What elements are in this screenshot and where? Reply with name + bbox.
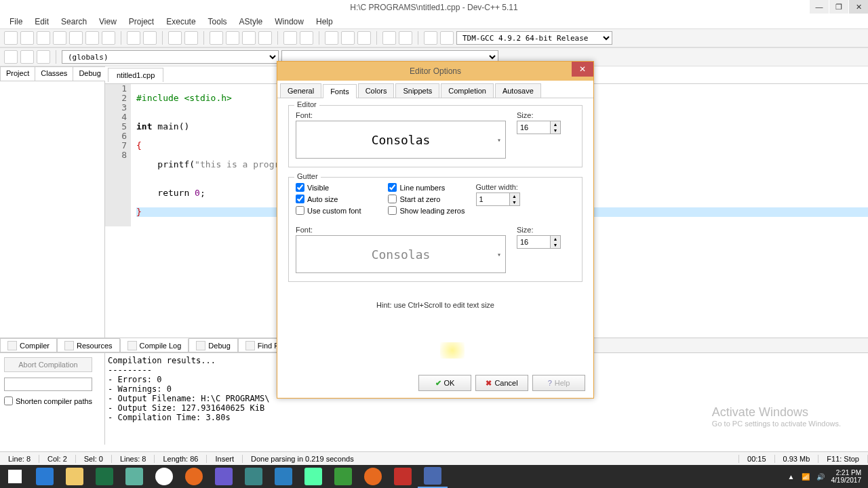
menu-search[interactable]: Search <box>56 16 92 28</box>
spin-up-icon[interactable]: ▲ <box>551 121 560 127</box>
check-icon[interactable] <box>382 31 396 45</box>
spin-up-icon[interactable]: ▲ <box>510 193 519 199</box>
v8-icon[interactable] <box>209 465 239 488</box>
tray-volume-icon[interactable]: 🔊 <box>816 473 825 481</box>
rebuild-icon[interactable] <box>258 31 272 45</box>
editor-size-input[interactable] <box>517 121 551 134</box>
spin-up-icon[interactable]: ▲ <box>551 236 560 242</box>
tab-project[interactable]: Project <box>0 66 35 81</box>
chk-autosize[interactable]: Auto size <box>296 195 361 203</box>
back-icon[interactable] <box>4 50 18 64</box>
menu-window[interactable]: Window <box>269 16 309 28</box>
options-icon[interactable] <box>440 31 454 45</box>
btab-compiler[interactable]: Compiler <box>0 338 57 352</box>
close-icon[interactable] <box>69 31 83 45</box>
menu-tools[interactable]: Tools <box>203 16 233 28</box>
maximize-button[interactable]: ❐ <box>829 0 848 14</box>
dialog-close-button[interactable]: ✕ <box>572 62 593 77</box>
closeall-icon[interactable] <box>85 31 99 45</box>
open-icon[interactable] <box>20 31 34 45</box>
chk-visible[interactable]: Visible <box>296 183 361 192</box>
redo-icon[interactable] <box>143 31 157 45</box>
new-icon[interactable] <box>4 31 18 45</box>
gutter-width-spinner[interactable]: ▲▼ <box>476 192 520 206</box>
chrome-icon[interactable] <box>149 465 179 488</box>
chk-leadingzeros[interactable]: Show leading zeros <box>388 206 465 215</box>
abort-button[interactable]: Abort Compilation <box>4 357 92 372</box>
globals-select[interactable]: (globals) <box>62 50 279 64</box>
close-button[interactable]: ✕ <box>849 0 868 14</box>
menu-file[interactable]: File <box>4 16 28 28</box>
grid2-icon[interactable] <box>341 31 355 45</box>
menu-execute[interactable]: Execute <box>161 16 201 28</box>
filter-input[interactable] <box>4 378 92 391</box>
chk-linenumbers[interactable]: Line numbers <box>388 183 465 192</box>
dtab-general[interactable]: General <box>280 83 321 98</box>
menu-view[interactable]: View <box>94 16 122 28</box>
tray-up-icon[interactable]: ▲ <box>788 473 795 481</box>
find-icon[interactable] <box>168 31 182 45</box>
undo-icon[interactable] <box>127 31 140 45</box>
spin-down-icon[interactable]: ▼ <box>510 199 519 205</box>
stop-icon[interactable] <box>300 31 313 45</box>
spin-down-icon[interactable]: ▼ <box>551 127 560 134</box>
btab-compilelog[interactable]: Compile Log <box>120 338 189 352</box>
fwd-icon[interactable] <box>20 50 34 64</box>
shorten-check[interactable]: Shorten compiler paths <box>4 396 100 405</box>
ok-button[interactable]: ✔OK <box>418 375 471 391</box>
excel-icon[interactable] <box>90 465 119 488</box>
share-icon[interactable] <box>269 465 298 488</box>
youtube-icon[interactable] <box>388 465 418 488</box>
dtab-colors[interactable]: Colors <box>358 83 395 98</box>
btab-debug[interactable]: Debug <box>189 338 237 352</box>
compile-icon[interactable] <box>210 31 223 45</box>
debug-icon[interactable] <box>283 31 297 45</box>
dtab-autosave[interactable]: Autosave <box>495 83 541 98</box>
save-icon[interactable] <box>37 31 50 45</box>
devcpp-icon[interactable] <box>418 465 448 488</box>
compilerun-icon[interactable] <box>242 31 256 45</box>
ie-icon[interactable] <box>30 465 60 488</box>
gutter-size-input[interactable] <box>517 235 551 249</box>
tab-debug[interactable]: Debug <box>73 66 106 81</box>
replace-icon[interactable] <box>184 31 198 45</box>
menu-project[interactable]: Project <box>123 16 159 28</box>
bm-icon[interactable] <box>37 50 50 64</box>
netbeans-icon[interactable] <box>298 465 328 488</box>
dtab-snippets[interactable]: Snippets <box>395 83 439 98</box>
chk-customfont[interactable]: Use custom font <box>296 206 361 215</box>
menu-help[interactable]: Help <box>311 16 338 28</box>
taskbar[interactable]: ▲ 📶 🔊 2:21 PM4/19/2017 <box>0 465 868 488</box>
btab-resources[interactable]: Resources <box>57 338 120 352</box>
start-button[interactable] <box>0 465 30 488</box>
file-tab[interactable]: ntitled1.cpp <box>108 68 163 82</box>
tab-classes[interactable]: Classes <box>35 66 73 81</box>
spin-down-icon[interactable]: ▼ <box>551 242 560 248</box>
dtab-fonts[interactable]: Fonts <box>323 84 357 98</box>
saveall-icon[interactable] <box>53 31 66 45</box>
compiler-select[interactable]: TDM-GCC 4.9.2 64-bit Release <box>456 31 612 45</box>
firefox2-icon[interactable] <box>358 465 388 488</box>
cross-icon[interactable] <box>399 31 412 45</box>
mp3-icon[interactable] <box>328 465 358 488</box>
menu-edit[interactable]: Edit <box>29 16 54 28</box>
chk-startzero[interactable]: Start at zero <box>388 195 465 203</box>
menu-astyle[interactable]: AStyle <box>234 16 269 28</box>
profile-icon[interactable] <box>424 31 437 45</box>
tray-clock[interactable]: 2:21 PM4/19/2017 <box>831 469 862 484</box>
gutter-size-spinner[interactable]: ▲▼ <box>517 235 561 249</box>
editor-size-spinner[interactable]: ▲▼ <box>517 121 561 134</box>
editor-font-select[interactable]: Consolas <box>296 121 506 159</box>
firefox-icon[interactable] <box>179 465 209 488</box>
help-button[interactable]: ?Help <box>532 375 585 391</box>
print-icon[interactable] <box>102 31 115 45</box>
minimize-button[interactable]: — <box>810 0 829 14</box>
grid3-icon[interactable] <box>357 31 371 45</box>
explorer-icon[interactable] <box>60 465 90 488</box>
dtab-completion[interactable]: Completion <box>441 83 494 98</box>
tray-network-icon[interactable]: 📶 <box>802 473 810 481</box>
grid1-icon[interactable] <box>325 31 338 45</box>
atom-icon[interactable] <box>119 465 149 488</box>
cancel-button[interactable]: ✖Cancel <box>475 375 528 391</box>
logc-icon[interactable] <box>239 465 269 488</box>
